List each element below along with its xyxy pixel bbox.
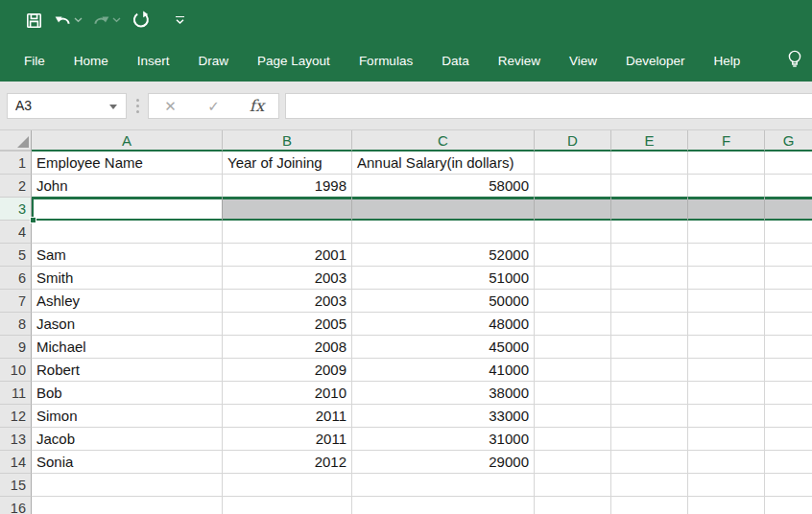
cell-E14[interactable] [611,451,688,474]
cell-C4[interactable] [352,221,535,244]
cell-C8[interactable]: 48000 [352,313,535,336]
cell-D10[interactable] [535,359,611,382]
select-all-button[interactable] [0,130,32,152]
cell-F8[interactable] [688,313,765,336]
repeat-button[interactable] [131,8,152,33]
column-header-c[interactable]: C [352,130,535,152]
cell-E3[interactable] [611,198,688,221]
redo-dropdown-icon[interactable] [112,17,121,23]
row-header-7[interactable]: 7 [0,290,32,313]
cell-F13[interactable] [688,428,765,451]
cell-B10[interactable]: 2009 [223,359,352,382]
cell-G7[interactable] [765,290,812,313]
customize-quick-access-toolbar-button[interactable] [169,8,190,33]
cell-E13[interactable] [611,428,688,451]
save-button[interactable] [23,8,44,33]
cell-A6[interactable]: Smith [32,267,223,290]
column-header-g[interactable]: G [765,130,812,152]
tab-home[interactable]: Home [60,40,123,82]
cell-G1[interactable] [765,152,812,175]
cell-B11[interactable]: 2010 [223,382,352,405]
cell-G9[interactable] [765,336,812,359]
row-header-13[interactable]: 13 [0,428,32,451]
cell-C6[interactable]: 51000 [352,267,535,290]
row-header-16[interactable]: 16 [0,497,32,514]
cell-B2[interactable]: 1998 [223,175,352,198]
row-header-8[interactable]: 8 [0,313,32,336]
tab-help[interactable]: Help [700,40,755,82]
cell-G10[interactable] [765,359,812,382]
cell-B5[interactable]: 2001 [223,244,352,267]
cell-C2[interactable]: 58000 [352,175,535,198]
cell-A9[interactable]: Michael [32,336,223,359]
cell-E1[interactable] [611,152,688,175]
cell-C16[interactable] [352,497,535,514]
cell-D9[interactable] [535,336,611,359]
tell-me-button[interactable] [785,48,806,75]
cell-G13[interactable] [765,428,812,451]
tab-review[interactable]: Review [484,40,555,82]
row-header-3[interactable]: 3 [0,198,32,221]
cell-C9[interactable]: 45000 [352,336,535,359]
cell-D15[interactable] [535,474,611,497]
row-header-5[interactable]: 5 [0,244,32,267]
cell-A2[interactable]: John [32,175,223,198]
cell-F12[interactable] [688,405,765,428]
cell-G11[interactable] [765,382,812,405]
row-header-11[interactable]: 11 [0,382,32,405]
cell-F4[interactable] [688,221,765,244]
cell-F7[interactable] [688,290,765,313]
cell-C7[interactable]: 50000 [352,290,535,313]
cell-B1[interactable]: Year of Joining [223,152,352,175]
tab-data[interactable]: Data [427,40,484,82]
cell-A4[interactable] [32,221,223,244]
formula-input[interactable] [286,94,812,118]
cell-B14[interactable]: 2012 [223,451,352,474]
cell-A5[interactable]: Sam [32,244,223,267]
name-box[interactable] [7,93,127,119]
cell-B9[interactable]: 2008 [223,336,352,359]
row-header-6[interactable]: 6 [0,267,32,290]
cell-E6[interactable] [611,267,688,290]
cell-C3[interactable] [352,198,535,221]
column-header-e[interactable]: E [611,130,688,152]
row-header-2[interactable]: 2 [0,175,32,198]
row-header-15[interactable]: 15 [0,474,32,497]
cell-C14[interactable]: 29000 [352,451,535,474]
cell-D5[interactable] [535,244,611,267]
row-header-12[interactable]: 12 [0,405,32,428]
cell-B4[interactable] [223,221,352,244]
cell-B15[interactable] [223,474,352,497]
cell-D3[interactable] [535,198,611,221]
cell-D6[interactable] [535,267,611,290]
cell-A10[interactable]: Robert [32,359,223,382]
cell-C1[interactable]: Annual Salary(in dollars) [352,152,535,175]
row-header-4[interactable]: 4 [0,221,32,244]
cell-D14[interactable] [535,451,611,474]
tab-page-layout[interactable]: Page Layout [243,40,345,82]
cell-D7[interactable] [535,290,611,313]
cell-D16[interactable] [535,497,611,514]
tab-draw[interactable]: Draw [184,40,244,82]
undo-dropdown-icon[interactable] [74,17,83,23]
name-box-dropdown-icon[interactable] [109,105,117,109]
cell-E8[interactable] [611,313,688,336]
cell-A7[interactable]: Ashley [32,290,223,313]
cell-E2[interactable] [611,175,688,198]
cell-D13[interactable] [535,428,611,451]
cell-B3[interactable] [223,198,352,221]
cell-D2[interactable] [535,175,611,198]
cell-E9[interactable] [611,336,688,359]
tab-view[interactable]: View [555,40,611,82]
undo-button[interactable] [54,8,83,33]
cell-B7[interactable]: 2003 [223,290,352,313]
cell-G12[interactable] [765,405,812,428]
cell-G14[interactable] [765,451,812,474]
row-header-10[interactable]: 10 [0,359,32,382]
cell-C11[interactable]: 38000 [352,382,535,405]
cell-A11[interactable]: Bob [32,382,223,405]
cell-D1[interactable] [535,152,611,175]
cell-F9[interactable] [688,336,765,359]
cell-F2[interactable] [688,175,765,198]
cell-E4[interactable] [611,221,688,244]
